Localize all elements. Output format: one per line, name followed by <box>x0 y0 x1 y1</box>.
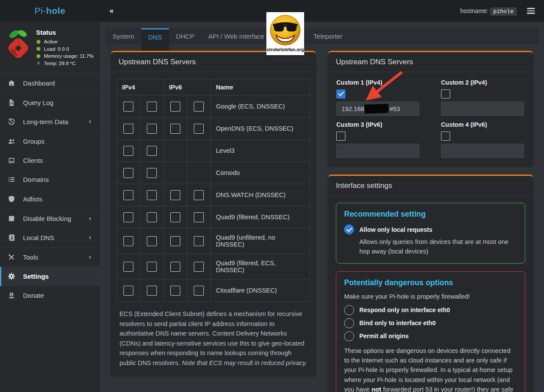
radio-allow-only-local-requests[interactable] <box>344 224 354 234</box>
checkbox-cell <box>117 280 140 302</box>
upstream-checkbox[interactable] <box>123 236 133 246</box>
list-icon <box>7 175 17 184</box>
custom-field-input-1[interactable]: 192.168#53 <box>336 102 419 116</box>
input-value: #53 <box>389 105 400 112</box>
upstream-checkbox[interactable] <box>194 190 204 200</box>
sidebar-item-label: Dashboard <box>23 79 55 87</box>
upstream-name: Level3 <box>211 140 310 162</box>
checkbox-cell <box>164 96 187 118</box>
card-title: Interface settings <box>328 176 533 196</box>
upstream-checkbox[interactable] <box>170 102 180 112</box>
sidebar-collapse-button[interactable]: « <box>109 7 113 15</box>
radio-bind-only-to-interface-eth0[interactable] <box>344 318 354 328</box>
input-value: 192.168 <box>342 105 364 112</box>
upstream-checkbox[interactable] <box>123 286 133 296</box>
sunglasses-emoji <box>269 13 302 47</box>
sidebar-item-dashboard[interactable]: Dashboard <box>0 73 100 93</box>
custom-field-checkbox-2[interactable] <box>441 89 450 99</box>
sidebar-item-query-log[interactable]: Query Log <box>0 93 100 112</box>
checkbox-cell <box>187 206 211 228</box>
upstream-checkbox[interactable] <box>147 124 157 134</box>
sidebar-item-settings[interactable]: Settings <box>0 267 100 286</box>
checkbox-cell <box>140 96 164 118</box>
upstream-checkbox[interactable] <box>170 262 180 272</box>
upstream-checkbox[interactable] <box>170 124 180 134</box>
checkbox-cell <box>140 162 164 184</box>
addressbook-icon <box>7 234 17 242</box>
upstream-name: Google (ECS, DNSSEC) <box>211 96 310 118</box>
upstream-name: Cloudflare (DNSSEC) <box>211 280 310 302</box>
radio-respond-only-on-interface-eth0[interactable] <box>344 305 354 315</box>
sidebar-item-clients[interactable]: Clients <box>0 151 100 170</box>
upstream-checkbox[interactable] <box>194 262 204 272</box>
tab-dhcp[interactable]: DHCP <box>169 28 202 45</box>
sidebar-item-groups[interactable]: Groups <box>0 132 100 151</box>
checkbox-cell <box>140 254 164 280</box>
interface-settings-card: Interface settings Recommended setting A… <box>328 175 533 392</box>
upstream-checkbox[interactable] <box>147 102 157 112</box>
tab-api-web-interface[interactable]: API / Web interface <box>201 28 271 45</box>
upstream-checkbox[interactable] <box>123 212 133 222</box>
custom-field-input-4[interactable] <box>441 144 524 158</box>
donate-icon: $ <box>7 291 17 300</box>
sidebar-item-label: Groups <box>23 138 44 145</box>
sidebar-item-local-dns[interactable]: Local DNS <box>0 228 100 247</box>
upstream-checkbox[interactable] <box>147 286 157 296</box>
upstream-checkbox[interactable] <box>170 190 180 200</box>
column-header-name: Name <box>211 79 310 96</box>
users-icon <box>7 137 17 145</box>
brand-suffix: hole <box>46 6 65 16</box>
upstream-checkbox[interactable] <box>194 124 204 134</box>
upstream-checkbox[interactable] <box>147 146 157 156</box>
sidebar-item-long-term-data[interactable]: Long-term Data <box>0 112 100 132</box>
radio-permit-all-origins[interactable] <box>344 331 354 341</box>
upstream-checkbox[interactable] <box>194 102 204 112</box>
upstream-checkbox[interactable] <box>147 212 157 222</box>
custom-field-input-2[interactable] <box>441 102 524 116</box>
dangerous-heading: Potentially dangerous options <box>344 278 517 287</box>
checkbox-cell <box>117 96 140 118</box>
status-line-active: Active <box>36 39 93 44</box>
upstream-checkbox[interactable] <box>123 262 133 272</box>
upstream-checkbox[interactable] <box>170 236 180 246</box>
custom-field-checkbox-3[interactable] <box>336 132 345 141</box>
tab-system[interactable]: System <box>106 28 141 45</box>
note-bold: not <box>372 386 381 392</box>
hamburger-menu-icon[interactable] <box>525 6 537 16</box>
ecs-note-italic: Note that ECS may result in reduced priv… <box>182 359 307 366</box>
sidebar-item-donate[interactable]: $Donate <box>0 286 100 306</box>
upstream-checkbox[interactable] <box>194 286 204 296</box>
sidebar-item-tools[interactable]: Tools <box>0 247 100 267</box>
upstream-checkbox[interactable] <box>123 102 133 112</box>
checkbox-cell <box>187 118 211 140</box>
upstream-checkbox[interactable] <box>147 190 157 200</box>
upstream-checkbox[interactable] <box>194 236 204 246</box>
tab-teleporter[interactable]: Teleporter <box>306 28 349 45</box>
upstream-name: Quad9 (filtered, ECS, DNSSEC) <box>211 254 310 280</box>
sidebar-item-disable-blocking[interactable]: Disable Blocking <box>0 209 100 228</box>
svg-text:$: $ <box>11 293 13 296</box>
custom-field-checkbox-4[interactable] <box>441 132 450 141</box>
custom-field-checkbox-1[interactable] <box>336 89 345 99</box>
upstream-checkbox[interactable] <box>170 212 180 222</box>
tab-dns[interactable]: DNS <box>141 28 169 51</box>
upstream-checkbox[interactable] <box>123 124 133 134</box>
upstream-checkbox[interactable] <box>123 190 133 200</box>
dangerous-options-box: Potentially dangerous options Make sure … <box>336 271 525 392</box>
sidebar-item-adlists[interactable]: Adlists <box>0 189 100 209</box>
upstream-row-opendns-ecs-dnssec: OpenDNS (ECS, DNSSEC) <box>117 118 310 140</box>
ecs-note: ECS (Extended Client Subnet) defines a m… <box>119 309 307 368</box>
chevron-left-icon <box>87 235 93 240</box>
upstream-checkbox[interactable] <box>123 168 133 178</box>
upstream-checkbox[interactable] <box>147 168 157 178</box>
custom-field-input-3[interactable] <box>336 144 419 158</box>
checkbox-cell <box>187 280 211 302</box>
hostname-label: hostname: <box>460 7 488 14</box>
upstream-checkbox[interactable] <box>147 262 157 272</box>
upstream-checkbox[interactable] <box>194 212 204 222</box>
upstream-checkbox[interactable] <box>147 236 157 246</box>
checkbox-cell <box>117 206 140 228</box>
sidebar-item-domains[interactable]: Domains <box>0 170 100 190</box>
upstream-checkbox[interactable] <box>170 286 180 296</box>
upstream-checkbox[interactable] <box>123 146 133 156</box>
